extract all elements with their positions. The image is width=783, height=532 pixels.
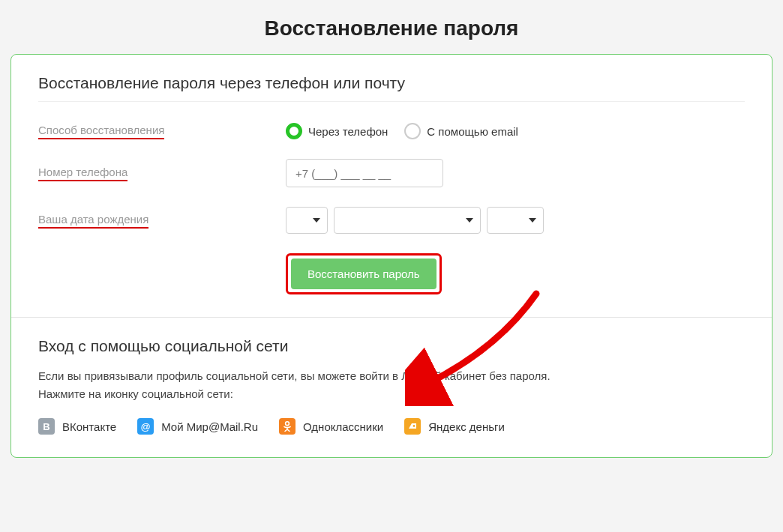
label-dob: Ваша дата рождения (38, 213, 148, 229)
social-ok-label: Одноклассники (303, 420, 383, 433)
dob-year-select[interactable] (487, 207, 544, 234)
recovery-card: Восстановление пароля через телефон или … (10, 54, 772, 458)
form-section: Восстановление пароля через телефон или … (11, 55, 772, 317)
separator (38, 101, 745, 102)
social-yandex-money-label: Яндекс деньги (428, 420, 505, 433)
radio-phone[interactable]: Через телефон (286, 123, 388, 139)
dob-day-select[interactable] (286, 207, 328, 234)
vk-icon: B (38, 418, 55, 435)
social-moimir-label: Мой Мир@Mail.Ru (161, 420, 258, 433)
social-text: Если вы привязывали профиль социальной с… (38, 367, 745, 403)
radio-unchecked-icon (404, 123, 421, 139)
svg-point-0 (286, 422, 290, 426)
row-phone: Номер телефона (38, 159, 745, 187)
submit-highlight: Восстановить пароль (286, 253, 442, 294)
phone-input[interactable] (286, 159, 443, 187)
svg-point-1 (413, 425, 416, 427)
ok-icon (279, 418, 296, 435)
social-vk[interactable]: B ВКонтакте (38, 418, 116, 435)
row-method: Способ восстановления Через телефон С по… (38, 123, 745, 139)
radio-phone-label: Через телефон (308, 125, 388, 138)
social-ok[interactable]: Одноклассники (279, 418, 383, 435)
page-title: Восстановление пароля (0, 0, 783, 54)
moimir-icon: @ (137, 418, 154, 435)
social-heading: Вход с помощью социальной сети (38, 337, 745, 355)
label-method: Способ восстановления (38, 124, 164, 139)
submit-button[interactable]: Восстановить пароль (291, 259, 436, 289)
social-yandex-money[interactable]: Яндекс деньги (404, 418, 505, 435)
yandex-money-icon (404, 418, 421, 435)
social-vk-label: ВКонтакте (62, 420, 116, 433)
radio-checked-icon (286, 123, 302, 139)
label-phone: Номер телефона (38, 166, 128, 181)
form-heading: Восстановление пароля через телефон или … (38, 74, 745, 92)
radio-email[interactable]: С помощью email (404, 123, 518, 139)
social-moimir[interactable]: @ Мой Мир@Mail.Ru (137, 418, 258, 435)
row-dob: Ваша дата рождения (38, 207, 745, 234)
social-section: Вход с помощью социальной сети Если вы п… (11, 317, 772, 457)
dob-month-select[interactable] (334, 207, 481, 234)
radio-email-label: С помощью email (427, 125, 518, 138)
